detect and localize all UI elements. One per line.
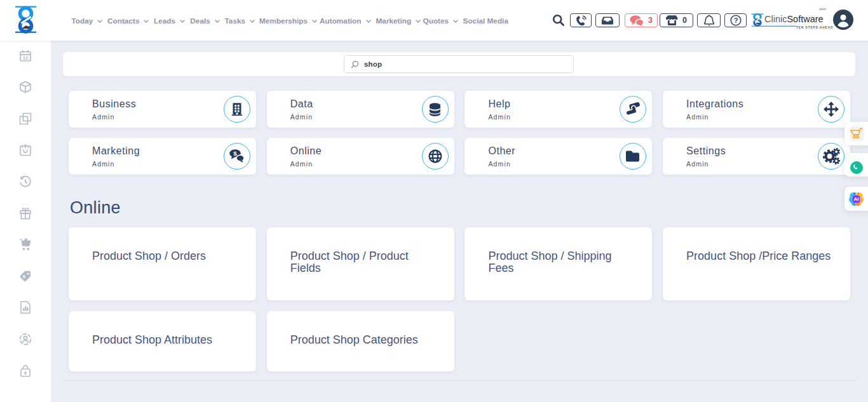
svg-text:$: $ xyxy=(233,150,237,157)
svg-text:12: 12 xyxy=(23,55,28,60)
svg-text:AI: AI xyxy=(854,196,859,202)
svg-text:?: ? xyxy=(733,17,738,24)
svg-text:ClinicSoftware: ClinicSoftware xyxy=(764,14,824,24)
svg-text:TEN STEPS AHEAD: TEN STEPS AHEAD xyxy=(796,26,833,29)
svg-text:.com: .com xyxy=(818,7,826,11)
